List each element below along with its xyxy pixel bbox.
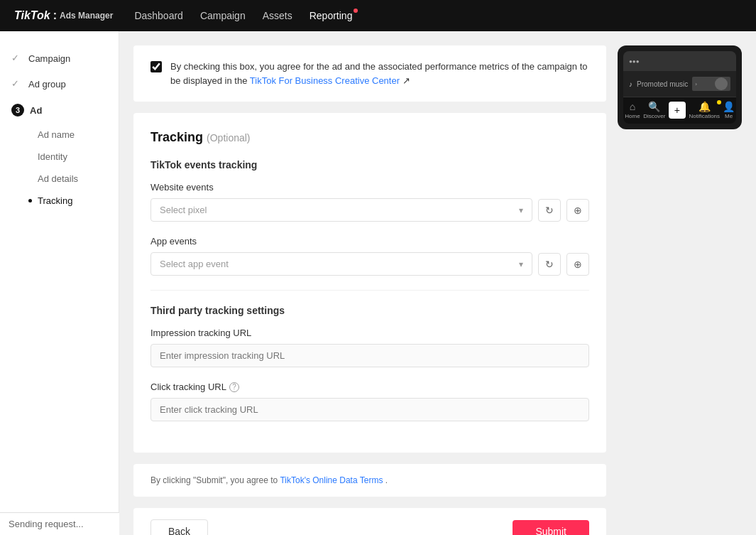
main-nav: Dashboard Campaign Assets Reporting — [134, 10, 352, 21]
content-area: By checking this box, you agree for the … — [133, 45, 606, 535]
app-event-placeholder: Select app event — [160, 259, 229, 269]
consent-checkbox[interactable] — [150, 61, 162, 72]
campaign-check-icon: ✓ — [11, 53, 23, 64]
logo-brand: TikTok — [14, 9, 50, 22]
identity-bullet — [28, 155, 32, 158]
nav-campaign[interactable]: Campaign — [200, 10, 246, 21]
nav-assets[interactable]: Assets — [263, 10, 292, 21]
app-events-wrapper: Select app event ▾ ↻ ⊕ — [150, 252, 589, 276]
phone-nav-me: 👤 Me — [723, 102, 735, 119]
sidebar-subitem-tracking[interactable]: Tracking — [0, 190, 119, 212]
footer-buttons: Back Submit — [133, 508, 606, 535]
me-label: Me — [725, 113, 733, 119]
discover-icon: 🔍 — [649, 102, 660, 112]
phone-top-text: ●●● — [629, 58, 640, 65]
notifications-label: Notifications — [689, 113, 720, 119]
click-url-input[interactable] — [150, 398, 589, 421]
sidebar-item-ad[interactable]: 3 Ad — [0, 97, 119, 124]
app-events-group: App events Select app event ▾ ↻ ⊕ — [150, 236, 589, 276]
sidebar-addetails-label: Ad details — [38, 173, 78, 184]
third-party-title: Third party tracking settings — [150, 305, 589, 316]
consent-box: By checking this box, you agree for the … — [133, 45, 606, 102]
submit-button[interactable]: Submit — [513, 520, 589, 535]
notifications-icon: 🔔 — [699, 102, 710, 112]
impression-url-input[interactable] — [150, 344, 589, 367]
add-icon: + — [669, 102, 686, 119]
app-add-icon[interactable]: ⊕ — [566, 253, 589, 276]
sidebar-subitem-adname[interactable]: Ad name — [0, 124, 119, 146]
logo: TikTok : Ads Manager — [14, 9, 113, 22]
discover-label: Discover — [643, 113, 665, 119]
phone-nav-discover: 🔍 Discover — [643, 102, 665, 119]
sidebar: ✓ Campaign ✓ Ad group 3 Ad Ad name Ident… — [0, 31, 119, 535]
app-event-select[interactable]: Select app event ▾ — [150, 252, 532, 276]
sidebar-adgroup-label: Ad group — [28, 79, 66, 90]
sidebar-adname-label: Ad name — [38, 129, 75, 140]
sidebar-subitem-addetails[interactable]: Ad details — [0, 168, 119, 190]
sidebar-item-adgroup[interactable]: ✓ Ad group — [0, 71, 119, 97]
nav-dashboard[interactable]: Dashboard — [134, 10, 183, 21]
creative-center-link[interactable]: TikTok For Business Creative Center — [250, 75, 400, 86]
pixel-add-icon[interactable]: ⊕ — [566, 199, 589, 222]
phone-inner: ●●● ♪ Promoted music › ⌂ Home — [623, 51, 736, 124]
promoted-music-label: Promoted music — [637, 80, 688, 88]
impression-url-label: Impression tracking URL — [150, 328, 589, 338]
adgroup-check-icon: ✓ — [11, 78, 23, 90]
notif-dot — [717, 100, 721, 104]
status-bar: Sending request... — [0, 512, 119, 535]
phone-mockup: ●●● ♪ Promoted music › ⌂ Home — [618, 45, 742, 129]
sidebar-subitem-identity[interactable]: Identity — [0, 146, 119, 168]
sending-text: Sending request... — [9, 519, 84, 529]
ad-number-badge: 3 — [11, 104, 24, 117]
home-icon: ⌂ — [627, 102, 638, 112]
tracking-section: Tracking (Optional) TikTok events tracki… — [133, 113, 606, 453]
sidebar-identity-label: Identity — [38, 151, 67, 162]
main-content: By checking this box, you agree for the … — [119, 31, 756, 535]
app-refresh-icon[interactable]: ↻ — [538, 253, 561, 276]
phone-nav-add: + — [669, 102, 686, 119]
music-bar: › — [692, 77, 730, 91]
consent-text: By checking this box, you agree for the … — [170, 60, 589, 87]
logo-product: Ads Manager — [60, 11, 113, 21]
tracking-title: Tracking (Optional) — [150, 130, 589, 145]
sidebar-campaign-label: Campaign — [28, 53, 70, 64]
adname-bullet — [28, 133, 32, 136]
phone-promoted-section: ♪ Promoted music › — [623, 71, 736, 97]
music-chevron-icon: › — [695, 81, 697, 87]
sidebar-ad-label: Ad — [30, 105, 42, 116]
consent-link-icon: ↗ — [402, 75, 410, 86]
addetails-bullet — [28, 177, 32, 180]
pixel-chevron-icon: ▾ — [519, 205, 523, 215]
click-url-group: Click tracking URL ? — [150, 382, 589, 421]
phone-nav-notifications: 🔔 Notifications — [689, 102, 720, 119]
sidebar-item-campaign[interactable]: ✓ Campaign — [0, 45, 119, 71]
logo-separator: : — [53, 9, 57, 22]
tracking-bullet — [28, 199, 32, 202]
app-events-label: App events — [150, 236, 589, 247]
pixel-placeholder: Select pixel — [160, 205, 207, 215]
reporting-dot — [354, 9, 358, 13]
website-events-group: Website events Select pixel ▾ ↻ ⊕ — [150, 182, 589, 222]
terms-text: By clicking "Submit", you agree to TikTo… — [150, 475, 388, 485]
back-button[interactable]: Back — [150, 519, 208, 535]
click-url-label: Click tracking URL ? — [150, 382, 589, 392]
nav-reporting[interactable]: Reporting — [309, 10, 353, 21]
phone-top-bar: ●●● — [623, 51, 736, 71]
music-thumbnail — [715, 77, 728, 90]
events-tracking-title: TikTok events tracking — [150, 159, 589, 171]
tracking-optional: (Optional) — [207, 132, 250, 144]
music-note-icon: ♪ — [629, 80, 632, 88]
impression-url-group: Impression tracking URL — [150, 328, 589, 367]
section-divider — [150, 290, 589, 291]
phone-navigation: ⌂ Home 🔍 Discover + 🔔 — [623, 97, 736, 124]
sidebar-tracking-label: Tracking — [38, 195, 72, 206]
home-label: Home — [625, 113, 640, 119]
terms-bar: By clicking "Submit", you agree to TikTo… — [133, 464, 606, 497]
website-pixel-select[interactable]: Select pixel ▾ — [150, 198, 532, 222]
app-chevron-icon: ▾ — [519, 259, 523, 269]
me-icon: 👤 — [723, 102, 735, 112]
top-navigation: TikTok : Ads Manager Dashboard Campaign … — [0, 0, 756, 31]
pixel-refresh-icon[interactable]: ↻ — [538, 199, 561, 222]
terms-link[interactable]: TikTok's Online Data Terms — [280, 475, 383, 485]
click-url-help-icon[interactable]: ? — [229, 382, 239, 392]
